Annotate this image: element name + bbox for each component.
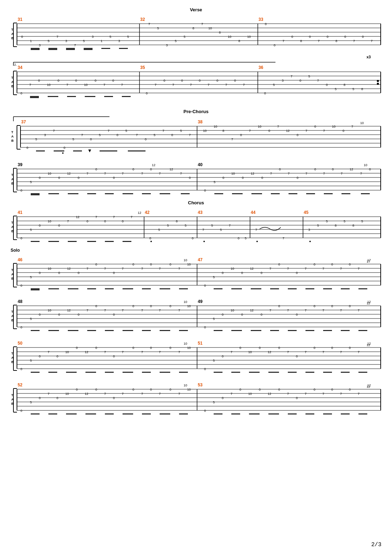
- svg-text:10: 10: [231, 309, 234, 312]
- svg-text:0: 0: [331, 388, 333, 391]
- svg-text:0: 0: [297, 133, 298, 137]
- svg-text:44: 44: [251, 210, 256, 215]
- svg-text:7: 7: [67, 220, 69, 223]
- svg-text:7: 7: [159, 392, 161, 396]
- svg-text:0: 0: [331, 263, 333, 266]
- svg-text:49: 49: [198, 299, 203, 304]
- tab-row-7: T A B 48 49 10 12 0 5 0 10 0 12 0 7 0: [11, 295, 381, 334]
- svg-text:7: 7: [323, 172, 325, 175]
- svg-text:T: T: [11, 173, 13, 177]
- svg-text:0: 0: [279, 168, 281, 171]
- svg-text:0: 0: [314, 263, 315, 266]
- tab-row-1: T A B 31 32 33 0 1 3 5 7: [11, 13, 381, 52]
- svg-text:7: 7: [131, 215, 132, 219]
- section-chorus: Chorus T A B 41 42 43 44: [11, 200, 381, 245]
- svg-text:7: 7: [269, 267, 271, 270]
- section-row8: T A B 50 51 10 12 0 5 0 7 0 10 0 12 0: [11, 337, 381, 376]
- svg-text:7: 7: [340, 392, 342, 396]
- svg-text:7: 7: [141, 350, 143, 354]
- svg-text:7: 7: [358, 267, 360, 270]
- svg-point-333: [256, 241, 258, 242]
- svg-text:0: 0: [57, 396, 58, 400]
- svg-text:7: 7: [305, 129, 307, 133]
- svg-text:7: 7: [178, 350, 180, 354]
- svg-text:5: 5: [30, 180, 32, 184]
- svg-text:0: 0: [314, 388, 315, 391]
- svg-text:7: 7: [305, 172, 307, 175]
- svg-text:5: 5: [326, 220, 328, 223]
- svg-text:12: 12: [76, 215, 79, 219]
- svg-text:0: 0: [241, 271, 243, 275]
- svg-text:0: 0: [278, 263, 280, 266]
- svg-text:0: 0: [20, 92, 22, 95]
- svg-text:33: 33: [259, 17, 263, 22]
- svg-text:5: 5: [30, 275, 32, 279]
- svg-text:0: 0: [150, 168, 152, 171]
- svg-text:7: 7: [287, 267, 289, 270]
- svg-text:0: 0: [299, 79, 301, 82]
- svg-point-87: [377, 83, 379, 85]
- svg-text:37: 37: [21, 119, 26, 124]
- svg-text:10: 10: [203, 129, 207, 133]
- svg-text:7: 7: [95, 215, 97, 219]
- svg-text:7: 7: [255, 228, 257, 232]
- svg-text:0: 0: [349, 388, 351, 391]
- svg-text:10: 10: [248, 350, 252, 354]
- svg-text:0: 0: [76, 388, 78, 391]
- svg-text:7: 7: [57, 35, 58, 39]
- svg-text:12: 12: [286, 129, 290, 133]
- svg-text:43: 43: [198, 210, 203, 215]
- svg-text:0: 0: [20, 326, 22, 329]
- svg-text:5: 5: [167, 224, 169, 227]
- tab-row-8: T A B 50 51 10 12 0 5 0 7 0 10 0 12 0: [11, 337, 381, 376]
- svg-text:7: 7: [122, 350, 124, 354]
- svg-text:7: 7: [208, 83, 209, 87]
- svg-text:0: 0: [349, 346, 351, 350]
- svg-text:7: 7: [104, 309, 106, 312]
- svg-text:T: T: [11, 268, 13, 272]
- svg-text:53: 53: [198, 382, 203, 387]
- svg-text:7: 7: [159, 267, 161, 270]
- svg-text:5: 5: [185, 224, 186, 227]
- svg-text:3: 3: [282, 79, 284, 82]
- svg-text:0: 0: [146, 92, 148, 95]
- svg-text:0: 0: [39, 224, 41, 227]
- svg-text:7: 7: [277, 125, 279, 128]
- tab-row-2: 2. T A B 34 35 36: [11, 60, 381, 101]
- svg-text:8: 8: [192, 27, 194, 30]
- svg-text:3: 3: [39, 43, 41, 47]
- svg-text:0: 0: [58, 176, 60, 180]
- section-row7: T A B 48 49 10 12 0 5 0 10 0 12 0 7 0: [11, 295, 381, 334]
- svg-text:10: 10: [187, 304, 191, 308]
- svg-text:0: 0: [76, 346, 78, 350]
- svg-text:0: 0: [170, 346, 171, 350]
- svg-text:7: 7: [340, 309, 342, 312]
- svg-text:7: 7: [122, 267, 124, 270]
- svg-text:8: 8: [300, 39, 302, 43]
- svg-text:0: 0: [240, 133, 242, 137]
- svg-text:7: 7: [305, 392, 307, 396]
- svg-text:0: 0: [204, 189, 206, 192]
- svg-point-331: [150, 241, 152, 242]
- svg-text:12: 12: [367, 343, 370, 347]
- svg-text:0: 0: [39, 176, 41, 180]
- svg-text:0: 0: [222, 176, 224, 180]
- svg-text:7: 7: [87, 172, 88, 175]
- svg-text:5: 5: [361, 220, 363, 223]
- svg-text:0: 0: [297, 176, 298, 180]
- svg-text:7: 7: [340, 350, 342, 354]
- svg-text:7: 7: [159, 350, 161, 354]
- svg-text:32: 32: [140, 17, 145, 22]
- svg-text:7: 7: [231, 350, 232, 354]
- svg-text:5: 5: [127, 35, 129, 39]
- svg-text:10: 10: [84, 83, 88, 87]
- svg-text:7: 7: [225, 83, 227, 87]
- svg-text:0: 0: [278, 388, 280, 391]
- svg-text:7: 7: [323, 129, 325, 133]
- svg-text:5: 5: [335, 87, 337, 91]
- svg-text:7: 7: [29, 83, 31, 87]
- svg-text:5: 5: [213, 359, 215, 362]
- svg-text:5: 5: [83, 39, 85, 43]
- svg-text:39: 39: [18, 162, 23, 167]
- svg-text:5: 5: [344, 220, 345, 223]
